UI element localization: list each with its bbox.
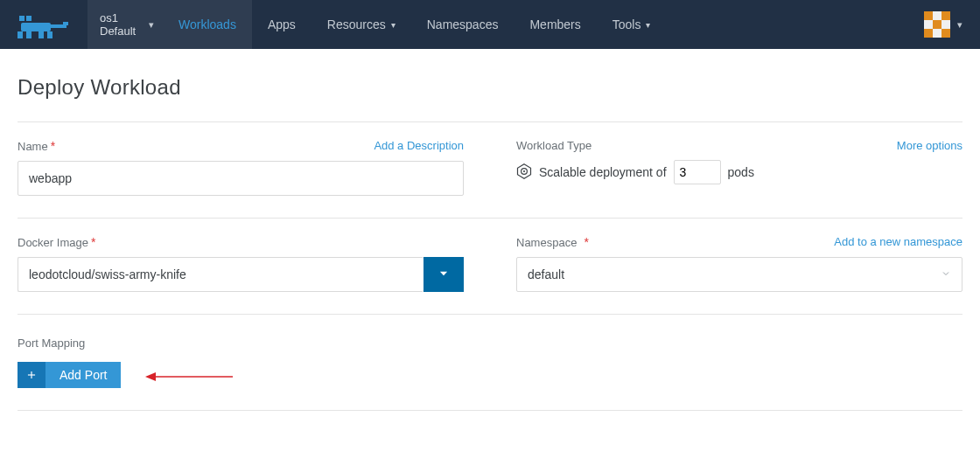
svg-rect-1 <box>26 16 32 21</box>
chevron-down-icon: ▾ <box>646 20 650 30</box>
name-input[interactable] <box>18 161 464 196</box>
add-port-label: Add Port <box>46 362 121 388</box>
chevron-down-icon: ▾ <box>391 20 396 30</box>
namespace-field: Namespace* Add to a new namespace defaul… <box>516 236 962 292</box>
namespace-select[interactable]: default <box>516 257 962 292</box>
required-mark: * <box>51 139 55 153</box>
svg-rect-12 <box>933 20 942 29</box>
docker-image-field: Docker Image* <box>18 236 464 292</box>
docker-image-input[interactable] <box>18 257 424 292</box>
svg-rect-8 <box>63 22 68 25</box>
user-avatar-icon <box>924 11 950 38</box>
workload-type-label: Workload Type <box>516 140 592 151</box>
cluster-scope: Default <box>100 24 150 38</box>
cluster-picker[interactable]: os1 Default ▾ <box>88 0 163 49</box>
nav-resources[interactable]: Resources ▾ <box>312 0 411 49</box>
docker-image-dropdown-button[interactable] <box>424 257 464 292</box>
port-mapping-label: Port Mapping <box>18 337 962 350</box>
nav-apps[interactable]: Apps <box>252 0 312 49</box>
namespace-selected-value: default <box>528 267 564 281</box>
chevron-down-icon: ▾ <box>149 19 154 31</box>
top-nav: os1 Default ▾ Workloads Apps Resources ▾… <box>0 0 980 49</box>
svg-rect-4 <box>26 31 32 38</box>
rancher-logo[interactable] <box>18 10 70 38</box>
pods-count-input[interactable] <box>674 160 721 184</box>
add-namespace-link[interactable]: Add to a new namespace <box>834 236 962 248</box>
nav-members[interactable]: Members <box>514 0 596 49</box>
add-port-button[interactable]: Add Port <box>18 362 121 388</box>
user-menu[interactable]: ▾ <box>906 0 980 49</box>
svg-rect-14 <box>942 29 950 38</box>
nav-tools[interactable]: Tools ▾ <box>597 0 667 49</box>
name-field: Name* Add a Description <box>18 140 464 196</box>
row-image-ns: Docker Image* Namespace* Add to a new na… <box>18 219 962 314</box>
svg-rect-5 <box>38 31 44 38</box>
docker-image-label: Docker Image <box>18 236 88 249</box>
svg-rect-2 <box>21 23 51 31</box>
svg-marker-19 <box>145 372 156 381</box>
scalable-prefix: Scalable deployment of <box>539 165 667 179</box>
workload-type-field: Workload Type More options Scalable depl… <box>516 140 962 196</box>
page-title: Deploy Workload <box>18 75 962 100</box>
nav-workloads[interactable]: Workloads <box>163 0 252 49</box>
svg-rect-10 <box>924 11 933 20</box>
nav-items: Workloads Apps Resources ▾ Namespaces Me… <box>163 0 666 49</box>
namespace-label: Namespace <box>516 236 577 249</box>
svg-rect-11 <box>942 11 950 20</box>
cluster-name: os1 <box>100 11 150 24</box>
chevron-down-icon: ▾ <box>957 19 962 31</box>
scalable-suffix: pods <box>728 165 754 179</box>
svg-rect-13 <box>924 29 933 38</box>
port-mapping-section: Port Mapping Add Port <box>18 315 962 410</box>
annotation-arrow-icon <box>145 368 233 388</box>
name-label: Name <box>18 140 48 153</box>
svg-rect-6 <box>47 31 52 38</box>
page-body: Deploy Workload Name* Add a Description … <box>0 49 980 428</box>
row-name-type: Name* Add a Description Workload Type Mo… <box>18 122 962 218</box>
chevron-down-icon <box>438 267 450 282</box>
nav-namespaces[interactable]: Namespaces <box>411 0 514 49</box>
plus-icon <box>18 362 46 388</box>
required-mark: * <box>91 235 95 249</box>
required-mark: * <box>584 235 588 249</box>
chevron-down-icon <box>941 268 951 281</box>
svg-rect-0 <box>19 16 24 21</box>
add-description-link[interactable]: Add a Description <box>374 140 464 152</box>
more-options-link[interactable]: More options <box>897 140 962 151</box>
svg-rect-3 <box>18 31 23 38</box>
kubernetes-icon <box>516 163 532 182</box>
svg-point-17 <box>523 170 525 171</box>
